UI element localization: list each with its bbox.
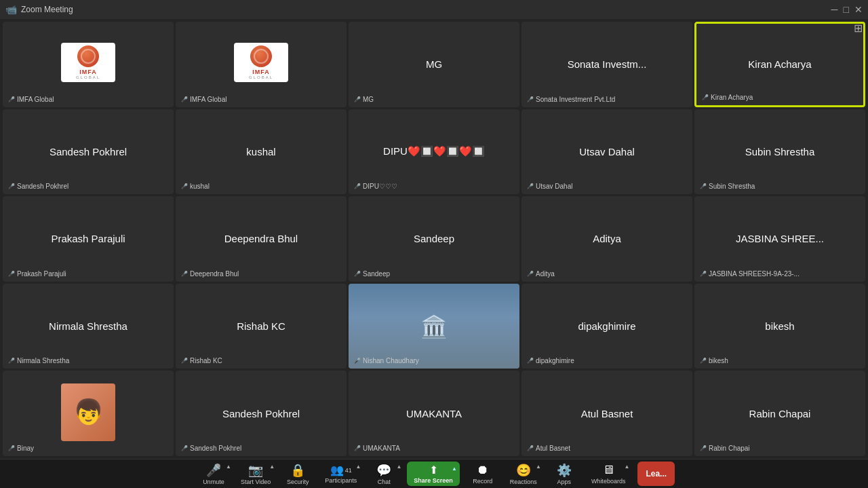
- mic-icon: 🎤: [354, 96, 361, 102]
- app-title: Zoom Meeting: [21, 5, 73, 14]
- imfa-logo: IMFA GLOBAL: [61, 43, 115, 82]
- record-button[interactable]: ⏺ Record: [462, 459, 503, 489]
- participants-icon: 👥: [330, 464, 344, 476]
- participant-tile: UMAKANTA 🎤 UMAKANTA: [349, 371, 519, 456]
- apps-label: Apps: [557, 478, 572, 485]
- participant-display-name: Prakash Parajuli: [47, 233, 129, 244]
- whiteboards-icon: 🖥: [602, 463, 614, 477]
- participant-display-name: Atul Basnet: [577, 408, 637, 419]
- apps-button[interactable]: ⚙️ Apps: [544, 459, 585, 489]
- participants-button[interactable]: ▲ 👥 41 Participants: [318, 459, 363, 489]
- toolbar: ▲ 🎤 Unmute ▲ 📷 Start Video 🔒 Security ▲ …: [0, 459, 868, 488]
- participant-display-name: Sandesh Pokhrel: [45, 146, 131, 157]
- participants-count: 41: [345, 467, 352, 474]
- participant-username: 🎤 UMAKANTA: [354, 445, 400, 452]
- participant-username: 🎤 bikesh: [700, 357, 728, 364]
- participant-username: 🎤 kushal: [181, 183, 210, 190]
- participant-username: 🎤 Kiran Acharya: [702, 94, 753, 101]
- mic-icon: 🎤: [354, 358, 361, 364]
- mic-icon: 🎤: [527, 183, 534, 189]
- participant-tile: IMFA GLOBAL 🎤 IMFA Global: [3, 22, 174, 107]
- participant-display-name: UMAKANTA: [402, 408, 466, 419]
- share-screen-button[interactable]: ▲ ⬆ Share Screen: [407, 462, 460, 486]
- participant-display-name: Deependra Bhul: [220, 233, 302, 244]
- participant-tile: 👦 🎤 Binay: [3, 371, 174, 456]
- participant-tile: kushal 🎤 kushal: [176, 109, 347, 195]
- participant-display-name: Sonata Investm...: [564, 58, 651, 70]
- mic-icon: 🎤: [181, 271, 188, 277]
- chat-label: Chat: [378, 478, 391, 485]
- reactions-label: Reactions: [510, 478, 537, 485]
- participant-tile: JASBINA SHREE... 🎤 JASBINA SHREESH-9A-23…: [694, 196, 865, 282]
- reactions-button[interactable]: ▲ 😊 Reactions: [503, 459, 544, 489]
- maximize-btn[interactable]: □: [844, 4, 849, 15]
- mic-icon: 🎤: [527, 96, 534, 102]
- participant-username: 🎤 DIPU♡♡♡: [354, 183, 397, 190]
- participant-tile: Utsav Dahal 🎤 Utsav Dahal: [521, 109, 692, 195]
- imfa-logo: IMFA GLOBAL: [234, 43, 288, 82]
- mic-icon: 🎤: [354, 183, 361, 189]
- minimize-btn[interactable]: ─: [831, 4, 838, 15]
- grid-view-options[interactable]: ⊞: [854, 22, 863, 35]
- participant-tile: Sandesh Pokhrel 🎤 Sandesh Pokhrel: [176, 371, 347, 456]
- mic-icon: 🎤: [527, 271, 534, 277]
- participant-tile: dipakghimire 🎤 dipakghimire: [521, 284, 692, 369]
- security-button[interactable]: 🔒 Security: [277, 459, 318, 489]
- participant-display-name: MG: [422, 58, 446, 70]
- app-icon: 📹: [5, 4, 17, 15]
- participant-tile: Aditya 🎤 Aditya: [521, 196, 692, 282]
- participant-tile: Sandeep 🎤 Sandeep: [349, 196, 519, 282]
- participant-username: 🎤 Sonata Investment Pvt.Ltd: [527, 96, 615, 103]
- participant-tile: IMFA GLOBAL 🎤 IMFA Global: [176, 22, 347, 107]
- security-icon: 🔒: [290, 463, 305, 478]
- mute-icon: 🎤: [206, 463, 221, 478]
- participant-username: 🎤 Rishab KC: [181, 357, 222, 364]
- participant-tile: MG 🎤 MG: [349, 22, 519, 107]
- close-btn[interactable]: ✕: [854, 4, 863, 15]
- mute-button[interactable]: ▲ 🎤 Unmute: [193, 459, 234, 489]
- share-screen-label: Share Screen: [414, 477, 453, 484]
- chat-icon: 💬: [376, 463, 391, 478]
- security-label: Security: [287, 478, 309, 485]
- participant-username: 🎤 Subin Shrestha: [700, 183, 755, 190]
- participants-label: Participants: [325, 477, 357, 484]
- mic-icon: 🎤: [181, 96, 188, 102]
- mic-icon: 🎤: [181, 358, 188, 364]
- mic-icon: 🎤: [700, 358, 707, 364]
- apps-icon: ⚙️: [557, 463, 572, 478]
- participant-display-name: Nirmala Shrestha: [45, 320, 132, 332]
- participant-username: 🎤 IMFA Global: [8, 96, 54, 103]
- participant-tile: Nirmala Shrestha 🎤 Nirmala Shrestha: [3, 284, 174, 369]
- participant-display-name: DIPU❤️🔲❤️🔲❤️🔲: [379, 145, 489, 157]
- mic-icon: 🎤: [527, 445, 534, 451]
- participant-display-name: bikesh: [761, 320, 798, 332]
- participant-display-name: Rabin Chapai: [745, 408, 815, 419]
- mic-icon: 🎤: [8, 271, 15, 277]
- mic-icon: 🎤: [700, 271, 707, 277]
- leave-button[interactable]: Lea...: [637, 462, 675, 486]
- participant-tile: bikesh 🎤 bikesh: [694, 284, 865, 369]
- participant-display-name: Rishab KC: [233, 320, 290, 332]
- participant-display-name: dipakghimire: [574, 320, 639, 332]
- record-label: Record: [473, 478, 492, 485]
- participant-tile: DIPU❤️🔲❤️🔲❤️🔲 🎤 DIPU♡♡♡: [349, 109, 519, 195]
- mic-icon: 🎤: [8, 183, 15, 189]
- participant-username: 🎤 Atul Basnet: [527, 445, 570, 452]
- chat-button[interactable]: ▲ 💬 Chat: [363, 459, 404, 489]
- participant-tile: Atul Basnet 🎤 Atul Basnet: [521, 371, 692, 456]
- mic-icon: 🎤: [181, 445, 188, 451]
- mic-icon: 🎤: [700, 445, 707, 451]
- mic-icon: 🎤: [354, 445, 361, 451]
- participant-username: 🎤 Nirmala Shrestha: [8, 357, 69, 364]
- participant-tile: Sonata Investm... 🎤 Sonata Investment Pv…: [521, 22, 692, 107]
- participant-tile: Prakash Parajuli 🎤 Prakash Parajuli: [3, 196, 174, 282]
- mic-icon: 🎤: [354, 271, 361, 277]
- video-label: Start Video: [241, 478, 271, 485]
- participant-username: 🎤 Sandeep: [354, 270, 390, 278]
- video-button[interactable]: ▲ 📷 Start Video: [234, 459, 277, 489]
- participant-username: 🎤 Sandesh Pokhrel: [8, 183, 68, 190]
- mic-icon: 🎤: [8, 445, 15, 451]
- participant-tile: Sandesh Pokhrel 🎤 Sandesh Pokhrel: [3, 109, 174, 195]
- whiteboards-button[interactable]: ▲ 🖥 Whiteboards: [585, 459, 633, 489]
- mic-icon: 🎤: [527, 358, 534, 364]
